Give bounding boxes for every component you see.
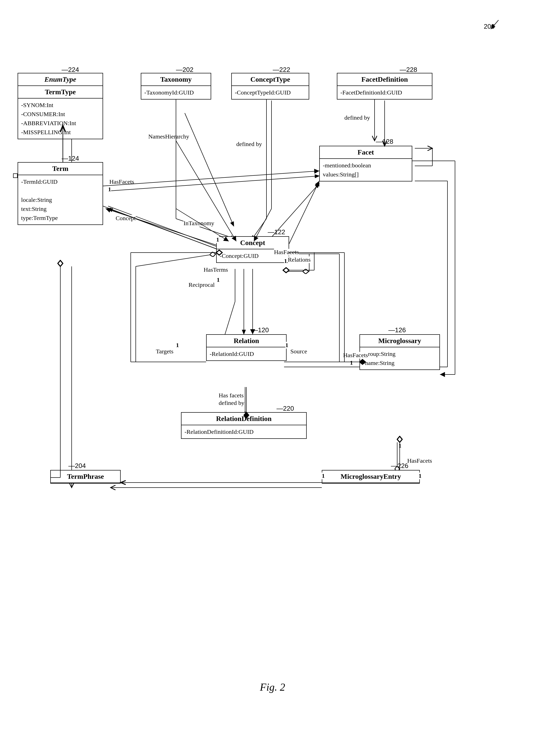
label-hasterms: HasTerms	[204, 266, 228, 273]
taxonomy-attrs: -TaxonomyId:GUID	[141, 86, 211, 99]
concept-name: Concept	[217, 237, 289, 249]
label-nameshierarchy: NamesHierarchy	[148, 133, 189, 140]
label-relations: Relations	[288, 256, 311, 263]
ref-204: —204	[68, 462, 86, 470]
taxonomy-name: Taxonomy	[141, 73, 211, 86]
facetdefinition-name: FacetDefinition	[337, 73, 432, 86]
svg-line-9	[108, 176, 319, 191]
svg-line-21	[136, 254, 216, 266]
ref-220: —220	[277, 405, 294, 412]
microglossary-class: Microglossary -group:String -name:String	[359, 334, 440, 370]
concepttype-name: ConceptType	[232, 73, 309, 86]
term-class: Term -TermId:GUID locale:String text:Str…	[18, 162, 103, 225]
microglossaryentry-class: MicroglossaryEntry	[322, 470, 420, 484]
microglossary-attrs: -group:String -name:String	[360, 347, 439, 369]
label-targets: Targets	[156, 348, 173, 355]
facetdefinition-class: FacetDefinition -FacetDefinitionId:GUID	[337, 73, 432, 100]
mult-1a: 1	[108, 186, 111, 193]
label-concept: Concept	[116, 215, 136, 222]
relationdefinition-class: RelationDefinition -RelationDefinitionId…	[181, 412, 307, 439]
ref-226: —226	[391, 462, 408, 470]
label-reciprocal: Reciprocal	[189, 281, 215, 288]
ref-128: —128	[376, 138, 393, 146]
mult-1d: 1	[176, 342, 179, 349]
svg-line-49	[103, 171, 319, 186]
svg-line-17	[225, 302, 235, 334]
label-definedby3: defined by	[219, 400, 244, 406]
mult-1i: 1	[419, 473, 422, 479]
facetdefinition-attrs: -FacetDefinitionId:GUID	[337, 86, 432, 99]
microglossary-name: Microglossary	[360, 335, 439, 347]
facet-name: Facet	[320, 146, 412, 159]
taxonomy-class: Taxonomy -TaxonomyId:GUID	[141, 73, 211, 100]
svg-line-50	[103, 206, 216, 249]
concepttype-attrs: -ConceptTypeId:GUID	[232, 86, 309, 99]
facet-attrs: -mentioned:boolean values:String[]	[320, 159, 412, 181]
fig-label: Fig. 2	[260, 681, 285, 693]
svg-line-37	[491, 20, 498, 29]
label-hasfacetsrel: Has facets	[219, 392, 244, 399]
relationdefinition-name: RelationDefinition	[181, 413, 306, 425]
term-attrs: -TermId:GUID locale:String text:String t…	[18, 175, 103, 224]
mult-1g: 1	[350, 359, 353, 366]
ref-120: —120	[251, 326, 269, 334]
ref-202: —202	[176, 66, 193, 74]
microglossaryentry-name: MicroglossaryEntry	[322, 470, 419, 483]
label-definedby1: defined by	[236, 141, 262, 148]
facet-class: Facet -mentioned:boolean values:String[]	[319, 146, 412, 181]
termtype-class: EnumType TermType -SYNOM:Int -CONSUMER:I…	[18, 73, 103, 139]
ref-222: —222	[273, 66, 290, 74]
mult-1f: 1	[284, 258, 287, 264]
mult-1b: 1	[216, 236, 219, 243]
ref-228: —228	[400, 66, 417, 74]
mult-1h: 1	[398, 442, 401, 449]
mult-1e: 1	[285, 342, 288, 349]
label-hasfacets4: HasFacets	[407, 457, 432, 464]
svg-line-57	[106, 209, 216, 245]
svg-line-52	[289, 181, 319, 244]
relation-class: Relation -RelationId:GUID	[206, 334, 287, 361]
termphrase-name: TermPhrase	[51, 470, 120, 483]
svg-line-18	[108, 209, 216, 249]
termtype-name: TermType	[18, 86, 103, 99]
label-intaxonomy: InTaxonomy	[184, 220, 214, 227]
mult-1c: 1	[217, 276, 220, 283]
label-definedby2: defined by	[344, 114, 370, 121]
ref-224: —224	[62, 66, 79, 74]
termphrase-class: TermPhrase	[50, 470, 121, 484]
label-hasfacets1: HasFacets	[109, 178, 134, 185]
term-name: Term	[18, 163, 103, 175]
ref-122: —122	[268, 228, 285, 236]
term-connector	[13, 173, 18, 178]
ref-124: —124	[62, 155, 79, 162]
termtype-attrs: -SYNOM:Int -CONSUMER:Int -ABBREVIATION:I…	[18, 99, 103, 139]
label-hasfacets3: HasFacets	[343, 352, 368, 359]
label-hasfacets2: HasFacets	[274, 249, 299, 256]
relation-name: Relation	[207, 335, 286, 347]
relation-attrs: -RelationId:GUID	[207, 347, 286, 360]
label-source: Source	[290, 348, 307, 355]
svg-line-12	[185, 113, 234, 226]
ref-126: —126	[388, 326, 406, 334]
mult-1j: 1	[322, 473, 325, 479]
concepttype-class: ConceptType -ConceptTypeId:GUID	[231, 73, 309, 100]
relationdefinition-attrs: -RelationDefinitionId:GUID	[181, 425, 306, 438]
termtype-stereotype: EnumType	[18, 73, 103, 86]
